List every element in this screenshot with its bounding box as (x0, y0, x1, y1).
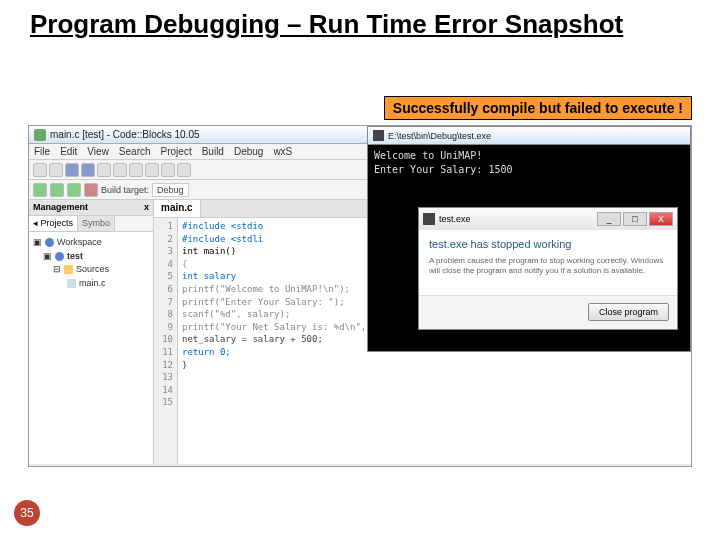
menu-build[interactable]: Build (202, 146, 224, 157)
menu-debug[interactable]: Debug (234, 146, 263, 157)
error-heading: test.exe has stopped working (429, 238, 667, 250)
close-button[interactable]: X (649, 212, 673, 226)
tab-symbols[interactable]: Symbo (78, 216, 115, 231)
build-target-select[interactable]: Debug (152, 183, 189, 197)
console-line1: Welcome to UniMAP! (374, 149, 684, 163)
folder-icon (64, 265, 73, 274)
error-dialog: test.exe _ □ X test.exe has stopped work… (418, 207, 678, 330)
error-titlebar: test.exe _ □ X (419, 208, 677, 230)
tab-projects[interactable]: ◂ Projects (29, 216, 78, 231)
console-icon (373, 130, 384, 141)
menu-edit[interactable]: Edit (60, 146, 77, 157)
console-input: 1500 (488, 164, 512, 175)
project-icon (55, 252, 64, 261)
slide-title: Program Debugging – Run Time Error Snaps… (30, 10, 690, 40)
console-output: Welcome to UniMAP! Enter Your Salary: 15… (368, 145, 690, 180)
menu-file[interactable]: File (34, 146, 50, 157)
management-panel: Management x ◂ Projects Symbo ▣Workspace… (29, 200, 154, 464)
app-icon (34, 129, 46, 141)
tree-file[interactable]: main.c (79, 277, 106, 291)
open-icon[interactable] (49, 163, 63, 177)
find-icon[interactable] (177, 163, 191, 177)
error-body-text: A problem caused the program to stop wor… (429, 256, 667, 277)
console-path: E:\test\bin\Debug\test.exe (388, 131, 491, 141)
editor-tab-main[interactable]: main.c (154, 200, 201, 217)
workspace-icon (45, 238, 54, 247)
stop-icon[interactable] (84, 183, 98, 197)
page-number: 35 (14, 500, 40, 526)
error-window-filename: test.exe (439, 214, 471, 224)
menu-search[interactable]: Search (119, 146, 151, 157)
build-icon[interactable] (33, 183, 47, 197)
status-banner: Successfully compile but failed to execu… (384, 96, 692, 120)
new-icon[interactable] (33, 163, 47, 177)
dialog-app-icon (423, 213, 435, 225)
menu-view[interactable]: View (87, 146, 109, 157)
line-gutter: 123456789101112131415 (154, 218, 178, 464)
management-title: Management (33, 202, 88, 213)
tree-sources[interactable]: Sources (76, 263, 109, 277)
close-icon[interactable]: x (144, 202, 149, 213)
run-icon[interactable] (50, 183, 64, 197)
save-icon[interactable] (65, 163, 79, 177)
tree-project[interactable]: test (67, 250, 83, 264)
copy-icon[interactable] (145, 163, 159, 177)
build-target-label: Build target: (101, 185, 149, 195)
tree-workspace[interactable]: Workspace (57, 236, 102, 250)
maximize-button[interactable]: □ (623, 212, 647, 226)
menu-wx[interactable]: wxS (273, 146, 292, 157)
file-icon (67, 279, 76, 288)
ide-window-title: main.c [test] - Code::Blocks 10.05 (50, 129, 200, 140)
console-titlebar: E:\test\bin\Debug\test.exe (368, 127, 690, 145)
project-tree[interactable]: ▣Workspace ▣test ⊟Sources main.c (29, 232, 153, 464)
buildrun-icon[interactable] (67, 183, 81, 197)
cut-icon[interactable] (129, 163, 143, 177)
close-program-button[interactable]: Close program (588, 303, 669, 321)
menu-project[interactable]: Project (161, 146, 192, 157)
paste-icon[interactable] (161, 163, 175, 177)
saveall-icon[interactable] (81, 163, 95, 177)
console-prompt: Enter Your Salary: (374, 164, 482, 175)
console-window: E:\test\bin\Debug\test.exe Welcome to Un… (367, 126, 691, 352)
screenshot-container: main.c [test] - Code::Blocks 10.05 File … (28, 125, 692, 467)
minimize-button[interactable]: _ (597, 212, 621, 226)
undo-icon[interactable] (97, 163, 111, 177)
redo-icon[interactable] (113, 163, 127, 177)
